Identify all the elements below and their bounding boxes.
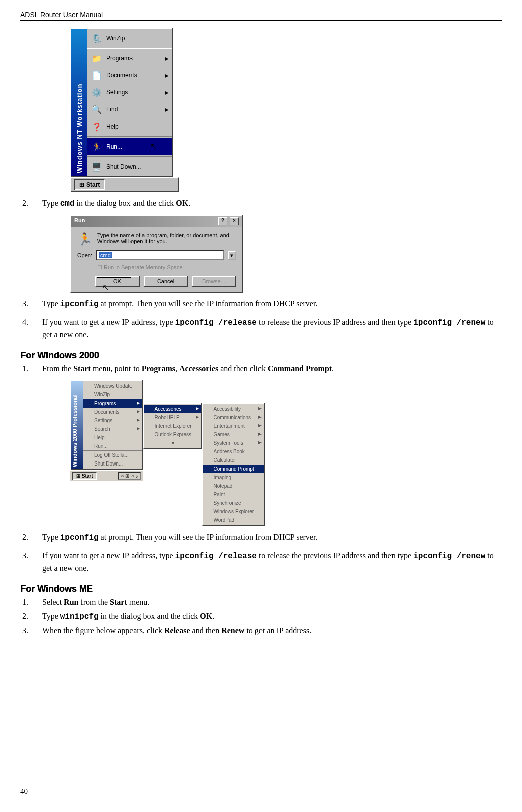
screenshot-nt-startmenu: Windows NT Workstation 🗜️WinZip 📁Program… [70,28,179,192]
cancel-button[interactable]: Cancel [144,276,188,287]
menu-item-documents[interactable]: 📄Documents▶ [87,67,172,84]
page-number: 40 [20,787,502,796]
list-number: 4. [20,316,42,341]
taskbar: ⊞Start [70,177,179,192]
run-dialog: Run ? × 🏃 Type the name of a program, fo… [70,215,243,293]
code-text: ipconfig [60,300,99,309]
header-title: ADSL Router User Manual [20,11,103,19]
menu-item-run[interactable]: 🏃Run...↖ [87,138,172,155]
menu-item[interactable]: Internet Explorer [144,422,201,430]
page-header: ADSL Router User Manual [20,10,502,21]
menu-item-settings[interactable]: ⚙️Settings▶ [87,84,172,101]
run-icon: 🏃 [91,141,102,152]
menu-item[interactable]: Address Book [203,447,264,456]
list-number: 1. [20,363,42,375]
menu-expand[interactable]: ▾ [144,439,201,447]
window-title: Run [74,217,85,225]
startmenu-sidebar: Windows 2000 Professional [71,381,83,469]
chevron-right-icon: ▶ [137,409,140,414]
menu-item[interactable]: Run... [83,442,142,450]
titlebar: Run ? × [71,216,242,227]
chevron-right-icon: ▶ [165,107,169,112]
menu-item[interactable]: RoboHELP▶ [144,413,201,422]
screenshot-w2k-startmenu: Windows 2000 Professional Windows Update… [70,380,265,526]
windows-logo-icon: ⊞ [76,473,80,479]
open-input[interactable]: cmd [96,250,224,260]
system-tray: ○ ⊞ ○ ♪ [118,472,140,480]
winzip-icon: 🗜️ [91,33,102,44]
list-item: 1. Select Run from the Start menu. [20,596,502,608]
ok-button[interactable]: OK [95,276,140,287]
menu-item-accessories[interactable]: Accessories▶ [144,405,201,413]
list-number: 2. [20,197,42,210]
programs-icon: 📁 [91,53,102,64]
menu-item-find[interactable]: 🔍Find▶ [87,101,172,118]
menu-item[interactable]: Calculator [203,456,264,465]
menu-separator [87,48,172,49]
settings-icon: ⚙️ [91,87,102,98]
start-button[interactable]: ⊞Start [74,179,105,190]
menu-item[interactable]: System Tools▶ [203,439,264,447]
taskbar: ⊞ Start ○ ⊞ ○ ♪ [70,470,143,481]
list-item: 3. When the figure below appears, click … [20,625,502,637]
run-icon: 🏃 [77,232,92,246]
menu-item[interactable]: Outlook Express [144,430,201,439]
code-text: ipconfig [60,533,99,542]
list-number: 2. [20,531,42,544]
windows-logo-icon: ⊞ [79,181,84,188]
menu-item[interactable]: Paint [203,490,264,499]
dropdown-button[interactable]: ▾ [228,251,236,260]
section-heading-winme: For Windows ME [20,584,502,594]
menu-item[interactable]: Help [83,433,142,442]
menu-item[interactable]: Documents▶ [83,408,142,416]
menu-item[interactable]: Games▶ [203,430,264,439]
chevron-right-icon: ▶ [165,73,169,78]
list-item: 2. Type cmd in the dialog box and the cl… [20,197,502,210]
menu-item[interactable]: WordPad [203,516,264,524]
menu-item[interactable]: Log Off Stella... [83,451,142,459]
section-heading-win2000: For Windows 2000 [20,350,502,361]
documents-icon: 📄 [91,70,102,81]
w2k-submenu-accessories: Accessibility▶ Communications▶ Entertain… [202,403,265,526]
browse-button[interactable]: Browse... [192,276,236,287]
menu-item-winzip[interactable]: 🗜️WinZip [87,30,172,47]
screenshot-run-dialog: Run ? × 🏃 Type the name of a program, fo… [70,215,243,293]
list-number: 2. [20,610,42,623]
menu-item[interactable]: Imaging [203,473,264,482]
menu-item[interactable]: Accessibility▶ [203,405,264,413]
code-text: winipcfg [60,612,99,621]
menu-item[interactable]: Shut Down... [83,459,142,468]
chevron-right-icon: ▶ [137,401,140,405]
menu-item[interactable]: Windows Explorer [203,507,264,516]
menu-item[interactable]: Search▶ [83,425,142,433]
list-number: 1. [20,596,42,608]
start-menu: Windows NT Workstation 🗜️WinZip 📁Program… [70,28,173,177]
menu-item[interactable]: Communications▶ [203,413,264,422]
menu-item[interactable]: Settings▶ [83,416,142,425]
dialog-message: Type the name of a program, folder, or d… [97,232,236,246]
menu-item-programs[interactable]: 📁Programs▶ [87,50,172,67]
menu-item[interactable]: Synchronize [203,499,264,507]
chevron-right-icon: ▶ [165,90,169,95]
menu-item-command-prompt[interactable]: Command Prompt [203,465,264,473]
menu-item[interactable]: Windows Update [83,382,142,390]
menu-item-help[interactable]: ❓Help [87,118,172,135]
help-button[interactable]: ? [218,217,227,225]
close-button[interactable]: × [230,217,239,225]
start-button[interactable]: ⊞ Start [72,472,97,480]
list-item: 2. Type ipconfig at prompt. Then you wil… [20,531,502,544]
menu-item[interactable]: Notepad [203,482,264,490]
code-text: cmd [60,199,75,208]
list-number: 3. [20,625,42,637]
chevron-right-icon: ▶ [137,426,140,431]
cursor-icon: ↖ [150,141,157,151]
menu-item-shutdown[interactable]: 🖥️Shut Down... [87,158,172,175]
list-item: 1. From the Start menu, point to Program… [20,363,502,375]
menu-separator [87,136,172,137]
chevron-right-icon: ▶ [165,56,169,61]
menu-item-programs[interactable]: Programs▶ [83,399,142,408]
menu-item[interactable]: Entertainment▶ [203,422,264,430]
menu-item[interactable]: WinZip [83,390,142,399]
startmenu-sidebar: Windows NT Workstation [71,29,87,176]
code-text: ipconfig /renew [413,552,485,561]
